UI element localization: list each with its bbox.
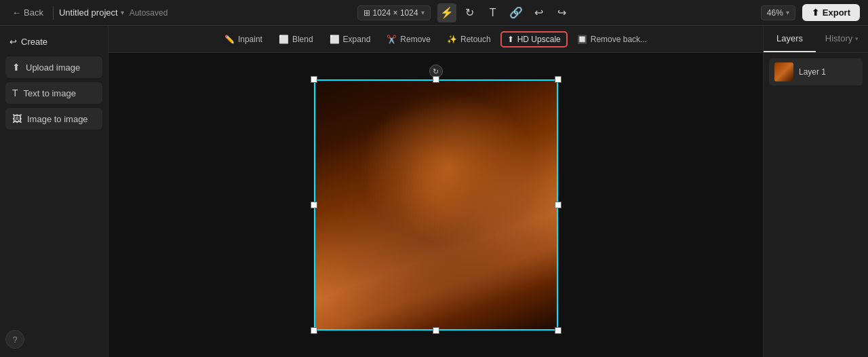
blend-icon: ⬜ [279,35,289,44]
back-button[interactable]: ← Back [8,5,47,20]
zoom-level-text: 46% [767,8,783,18]
inpaint-tool-button[interactable]: ✏️ Inpaint [218,31,269,48]
text-tool-button[interactable]: T [484,3,502,22]
expand-label: Expand [343,35,371,44]
back-label: Back [24,7,43,18]
layer-item[interactable]: Layer 1 [769,58,863,86]
canvas-area: ✏️ Inpaint ⬜ Blend ⬜ Expand ✂️ Remove ✨ … [108,26,763,357]
expand-icon: ⬜ [330,35,340,44]
generate-tool-button[interactable]: ⚡ [437,3,456,22]
back-arrow-icon: ← [12,7,21,18]
canvas-size-text: 1024 × 1024 [373,8,418,18]
remove-tool-button[interactable]: ✂️ Remove [380,31,437,48]
top-bar-right: 46% ▾ ⬆ Export [761,4,860,21]
divider [53,6,54,20]
history-chevron-icon: ▾ [855,35,859,42]
history-tab-content: History ▾ [825,33,859,43]
hd-upscale-label: HD Upscale [517,35,561,44]
top-bar-left: ← Back Untitled project ▾ Autosaved [8,5,167,20]
remove-label: Remove [400,35,431,44]
resize-handle-tm[interactable] [433,76,439,83]
undo-button[interactable]: ↩ [530,3,549,22]
remove-bg-icon: 🔲 [577,35,587,44]
resize-handle-ml[interactable] [311,202,317,208]
remove-back-label: Remove back... [591,35,647,44]
create-label: Create [21,37,47,47]
hd-upscale-tool-button[interactable]: ⬆ HD Upscale [500,31,568,48]
project-name[interactable]: Untitled project ▾ [59,7,124,18]
canvas-image [314,79,558,331]
canvas-image-container[interactable]: ↻ [314,79,558,331]
create-arrow-icon: ↩ [9,37,17,47]
blend-label: Blend [292,35,313,44]
retouch-icon: ✨ [447,35,457,44]
expand-tool-button[interactable]: ⬜ Expand [323,31,378,48]
image-to-image-button[interactable]: 🖼 Image to image [5,108,102,130]
export-label: Export [823,7,850,18]
create-header: ↩ Create [5,34,102,52]
zoom-chevron-icon: ▾ [786,9,789,16]
retouch-label: Retouch [460,35,491,44]
help-button[interactable]: ? [5,330,24,349]
image-to-image-label: Image to image [27,114,88,124]
top-bar: ← Back Untitled project ▾ Autosaved ⊞ 10… [0,0,868,26]
history-tab-label: History [825,33,852,43]
toolbar-icons: ⚡ ↻ T 🔗 ↩ ↪ [437,3,572,22]
layers-panel: Layer 1 [764,53,868,91]
resize-handle-bm[interactable] [433,327,439,334]
upload-image-label: Upload image [26,62,80,73]
rotate-tool-button[interactable]: ↻ [460,3,479,22]
main-content: ↩ Create ⬆ Upload image T Text to image … [0,26,868,357]
chevron-down-icon: ▾ [121,9,124,16]
text-icon: T [12,88,18,98]
project-name-text: Untitled project [59,7,118,18]
left-sidebar: ↩ Create ⬆ Upload image T Text to image … [0,26,108,357]
resize-handle-tr[interactable] [555,76,561,83]
image-icon: 🖼 [12,113,22,124]
right-sidebar-tabs: Layers History ▾ [764,26,868,53]
export-icon: ⬆ [812,7,819,18]
inpaint-label: Inpaint [238,35,262,44]
top-bar-center: ⊞ 1024 × 1024 ▾ ⚡ ↻ T 🔗 ↩ ↪ [176,3,752,22]
upload-icon: ⬆ [12,62,20,73]
remove-icon: ✂️ [387,35,397,44]
inpaint-icon: ✏️ [224,35,235,44]
sidebar-bottom: ? [5,330,102,349]
resize-handle-mr[interactable] [555,202,561,208]
layers-tab-label: Layers [776,33,803,43]
canvas-icon: ⊞ [363,8,370,18]
retouch-tool-button[interactable]: ✨ Retouch [440,31,498,48]
hd-upscale-icon: ⬆ [507,35,514,44]
layer-thumbnail [774,62,793,81]
right-sidebar: Layers History ▾ Layer 1 [763,26,868,357]
text-to-image-button[interactable]: T Text to image [5,82,102,104]
layer-name: Layer 1 [799,67,826,77]
tab-history[interactable]: History ▾ [816,26,868,52]
resize-handle-br[interactable] [555,327,561,334]
redo-button[interactable]: ↪ [553,3,572,22]
zoom-control[interactable]: 46% ▾ [761,5,795,20]
upload-image-button[interactable]: ⬆ Upload image [5,56,102,78]
canvas-viewport[interactable]: ↻ [108,53,763,357]
resize-handle-bl[interactable] [311,327,317,334]
portrait-overlay [314,79,558,331]
blend-tool-button[interactable]: ⬜ Blend [272,31,320,48]
canvas-size-chevron-icon: ▾ [421,9,425,16]
export-button[interactable]: ⬆ Export [802,4,860,21]
text-to-image-label: Text to image [24,88,76,98]
autosaved-status: Autosaved [130,8,168,18]
canvas-size-control[interactable]: ⊞ 1024 × 1024 ▾ [357,5,431,20]
link-tool-button[interactable]: 🔗 [507,3,526,22]
tab-layers[interactable]: Layers [764,26,816,52]
remove-background-tool-button[interactable]: 🔲 Remove back... [570,31,654,48]
tool-bar: ✏️ Inpaint ⬜ Blend ⬜ Expand ✂️ Remove ✨ … [108,26,763,53]
resize-handle-tl[interactable] [311,76,317,83]
